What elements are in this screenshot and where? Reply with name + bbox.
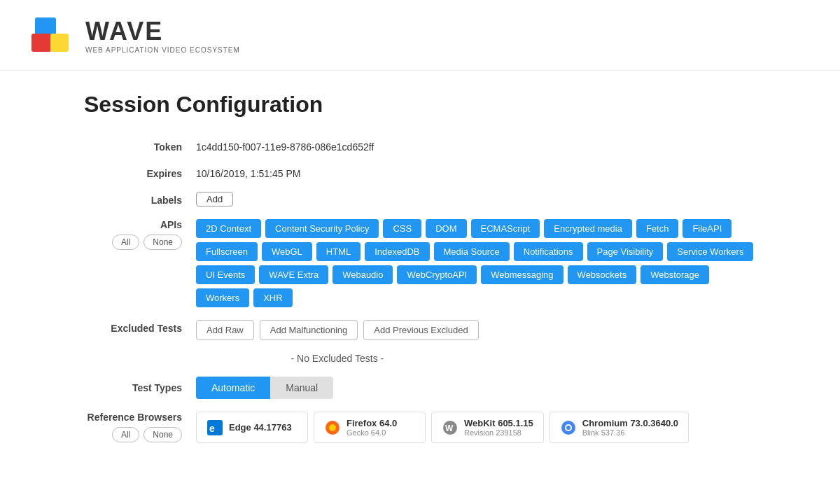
no-excluded-text: - No Excluded Tests -	[290, 353, 384, 364]
firefox-icon	[324, 419, 341, 436]
browser-name: Edge 44.17763	[229, 422, 292, 433]
apis-left: APIs All None	[84, 219, 196, 250]
api-tag[interactable]: Fullscreen	[196, 242, 258, 261]
api-tag[interactable]: WebCryptoAPI	[397, 265, 477, 284]
apis-tags: 2D ContextContent Security PolicyCSSDOME…	[196, 219, 756, 307]
api-tag[interactable]: Page Visibility	[587, 242, 664, 261]
browser-sub: Revision 239158	[464, 428, 533, 437]
svg-rect-2	[50, 34, 69, 52]
api-tag[interactable]: DOM	[426, 219, 466, 238]
chromium-icon	[560, 419, 577, 436]
labels-label: Labels	[84, 192, 196, 206]
labels-add-button[interactable]: Add	[196, 192, 233, 206]
api-tag[interactable]: Webstorage	[640, 265, 709, 284]
api-tag[interactable]: 2D Context	[196, 219, 261, 238]
token-value: 1c4dd150-f007-11e9-8786-086e1cd652ff	[196, 139, 374, 153]
api-tag[interactable]: Workers	[196, 288, 249, 307]
browser-card[interactable]: eEdge 44.17763	[196, 412, 308, 443]
excluded-label: Excluded Tests	[84, 320, 196, 334]
header: WAVE WEB APPLICATION VIDEO ECOSYSTEM	[0, 0, 840, 71]
browser-name: Chromium 73.0.3640.0	[582, 418, 678, 428]
apis-all-button[interactable]: All	[112, 234, 139, 250]
browsers-list: eEdge 44.17763Firefox 64.0Gecko 64.0WWeb…	[196, 412, 689, 443]
api-tag[interactable]: IndexedDB	[365, 242, 429, 261]
browser-card[interactable]: WWebKit 605.1.15Revision 239158	[431, 412, 544, 443]
automatic-button[interactable]: Automatic	[196, 377, 270, 399]
browser-info: Edge 44.17763	[229, 422, 292, 433]
test-type-buttons: Automatic Manual	[196, 377, 333, 399]
api-tag[interactable]: HTML	[316, 242, 360, 261]
logo-text: WAVE WEB APPLICATION VIDEO ECOSYSTEM	[85, 17, 240, 54]
api-tag[interactable]: Content Security Policy	[265, 219, 379, 238]
api-tag[interactable]: Webaudio	[332, 265, 393, 284]
api-tag[interactable]: WebGL	[262, 242, 312, 261]
browser-info: WebKit 605.1.15Revision 239158	[464, 418, 533, 437]
ref-browsers-label: Reference Browsers	[88, 412, 182, 423]
browser-sub: Gecko 64.0	[346, 428, 397, 437]
add-previous-excluded-button[interactable]: Add Previous Excluded	[363, 320, 478, 340]
ref-all-button[interactable]: All	[112, 427, 139, 442]
svg-point-6	[329, 424, 336, 431]
browser-name: WebKit 605.1.15	[464, 418, 533, 428]
svg-text:W: W	[445, 424, 454, 433]
api-tag[interactable]: Service Workers	[667, 242, 753, 261]
ref-browsers-left: Reference Browsers All None	[84, 412, 196, 442]
expires-value: 10/16/2019, 1:51:45 PM	[196, 165, 300, 179]
svg-text:e: e	[209, 423, 215, 434]
apis-none-button[interactable]: None	[144, 234, 182, 250]
browser-card[interactable]: Firefox 64.0Gecko 64.0	[314, 412, 426, 443]
api-tag[interactable]: Webmessaging	[481, 265, 563, 284]
webkit-icon: W	[442, 419, 458, 436]
manual-button[interactable]: Manual	[270, 377, 333, 399]
excluded-buttons: Add Raw Add Malfunctioning Add Previous …	[196, 320, 479, 364]
expires-row: Expires 10/16/2019, 1:51:45 PM	[84, 165, 756, 179]
api-tag[interactable]: Websockets	[568, 265, 637, 284]
all-none-buttons: All None	[112, 234, 182, 250]
svg-point-11	[566, 426, 570, 430]
api-tag[interactable]: XHR	[253, 288, 292, 307]
edge-icon: e	[206, 419, 223, 436]
ref-none-button[interactable]: None	[144, 427, 182, 442]
main-content: Session Configuration Token 1c4dd150-f00…	[0, 71, 840, 477]
add-raw-button[interactable]: Add Raw	[196, 320, 254, 340]
apis-row: APIs All None 2D ContextContent Security…	[84, 219, 756, 307]
excluded-btn-row: Add Raw Add Malfunctioning Add Previous …	[196, 320, 479, 340]
api-tag[interactable]: Notifications	[514, 242, 583, 261]
labels-row: Labels Add	[84, 192, 756, 206]
token-row: Token 1c4dd150-f007-11e9-8786-086e1cd652…	[84, 139, 756, 153]
browser-name: Firefox 64.0	[346, 418, 397, 428]
api-tag[interactable]: Fetch	[636, 219, 679, 238]
ref-all-none-buttons: All None	[112, 427, 182, 442]
api-tag[interactable]: Media Source	[434, 242, 510, 261]
browser-info: Chromium 73.0.3640.0Blink 537.36	[582, 418, 678, 437]
api-tag[interactable]: WAVE Extra	[259, 265, 328, 284]
logo-area: WAVE WEB APPLICATION VIDEO ECOSYSTEM	[28, 14, 812, 56]
add-malfunctioning-button[interactable]: Add Malfunctioning	[260, 320, 358, 340]
test-types-row: Test Types Automatic Manual	[84, 377, 756, 399]
api-tag[interactable]: FileAPI	[682, 219, 732, 238]
browser-info: Firefox 64.0Gecko 64.0	[346, 418, 397, 437]
api-tag[interactable]: Encrypted media	[544, 219, 632, 238]
browser-sub: Blink 537.36	[582, 428, 678, 437]
test-types-label: Test Types	[84, 382, 196, 393]
logo-subtitle-text: WEB APPLICATION VIDEO ECOSYSTEM	[85, 46, 240, 54]
api-tag[interactable]: UI Events	[196, 265, 255, 284]
page-title: Session Configuration	[84, 92, 756, 118]
expires-label: Expires	[84, 165, 196, 179]
logo-icon	[28, 14, 77, 56]
svg-rect-1	[31, 34, 51, 52]
token-label: Token	[84, 139, 196, 153]
logo-wave-text: WAVE	[85, 17, 240, 46]
browser-card[interactable]: Chromium 73.0.3640.0Blink 537.36	[550, 412, 689, 443]
excluded-row: Excluded Tests Add Raw Add Malfunctionin…	[84, 320, 756, 364]
apis-label: APIs	[160, 219, 182, 230]
ref-browsers-row: Reference Browsers All None eEdge 44.177…	[84, 412, 756, 443]
api-tag[interactable]: CSS	[383, 219, 421, 238]
api-tag[interactable]: ECMAScript	[471, 219, 540, 238]
